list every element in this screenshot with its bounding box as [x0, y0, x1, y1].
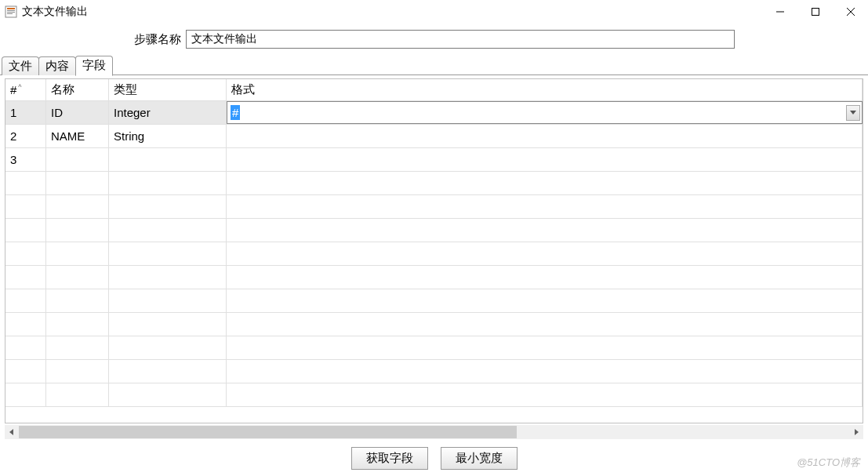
table-row[interactable]	[5, 242, 863, 266]
cell-num[interactable]	[5, 336, 46, 359]
table-row[interactable]	[5, 313, 863, 336]
cell-type[interactable]: String	[109, 125, 227, 147]
window-title: 文本文件输出	[22, 5, 88, 19]
cell-type[interactable]	[109, 195, 227, 218]
scroll-thumb[interactable]	[19, 426, 517, 438]
table-row[interactable]: 1IDInteger#	[5, 101, 863, 125]
window-controls	[762, 0, 868, 24]
cell-name[interactable]: NAME	[46, 125, 109, 147]
cell-name[interactable]	[46, 242, 109, 265]
cell-num[interactable]	[5, 242, 46, 265]
horizontal-scrollbar[interactable]	[5, 425, 863, 439]
scroll-left-button[interactable]	[5, 425, 19, 439]
cell-type[interactable]: Integer	[109, 101, 227, 124]
cell-name[interactable]	[46, 219, 109, 242]
cell-type[interactable]	[109, 148, 227, 171]
cell-format[interactable]	[227, 148, 863, 171]
svg-rect-1	[7, 8, 15, 9]
tab-fields[interactable]: 字段	[75, 56, 113, 76]
table-row[interactable]: 2NAMEString	[5, 125, 863, 148]
cell-num[interactable]: 3	[5, 148, 46, 171]
min-width-button[interactable]: 最小宽度	[441, 447, 518, 470]
table-row[interactable]	[5, 172, 863, 195]
cell-format[interactable]	[227, 125, 863, 147]
cell-format[interactable]	[227, 360, 863, 383]
grid-header: # ^ 名称 类型 格式	[5, 79, 863, 101]
cell-num[interactable]	[5, 289, 46, 312]
table-row[interactable]	[5, 266, 863, 289]
grid-body: 1IDInteger#2NAMEString3	[5, 101, 863, 423]
cell-type[interactable]	[109, 383, 227, 406]
cell-name[interactable]	[46, 383, 109, 406]
dropdown-arrow-icon[interactable]	[846, 105, 860, 121]
step-name-row: 步骤名称	[0, 24, 868, 56]
tabs: 文件 内容 字段	[0, 56, 868, 75]
cell-format[interactable]	[227, 266, 863, 289]
cell-type[interactable]	[109, 219, 227, 242]
cell-type[interactable]	[109, 336, 227, 359]
minimize-button[interactable]	[762, 0, 797, 24]
column-header-type[interactable]: 类型	[109, 79, 227, 100]
cell-type[interactable]	[109, 172, 227, 194]
column-header-name[interactable]: 名称	[46, 79, 109, 100]
sort-indicator-icon: ^	[18, 83, 21, 91]
cell-format[interactable]: #	[227, 101, 863, 124]
app-icon	[5, 5, 17, 18]
editing-value[interactable]: #	[231, 105, 240, 120]
scroll-track[interactable]	[19, 425, 849, 439]
cell-name[interactable]	[46, 148, 109, 171]
close-button[interactable]	[833, 0, 868, 24]
cell-num[interactable]	[5, 266, 46, 289]
table-row[interactable]	[5, 219, 863, 242]
get-fields-button[interactable]: 获取字段	[351, 447, 428, 470]
cell-num[interactable]: 2	[5, 125, 46, 147]
cell-format[interactable]	[227, 336, 863, 359]
cell-type[interactable]	[109, 313, 227, 336]
cell-name[interactable]	[46, 266, 109, 289]
cell-name[interactable]	[46, 195, 109, 218]
cell-num[interactable]	[5, 195, 46, 218]
table-row[interactable]	[5, 383, 863, 407]
cell-name[interactable]	[46, 336, 109, 359]
step-name-input[interactable]	[186, 30, 735, 49]
svg-rect-2	[7, 10, 15, 11]
cell-format[interactable]	[227, 289, 863, 312]
cell-num[interactable]	[5, 172, 46, 194]
column-num-label: #	[10, 83, 16, 96]
column-header-num[interactable]: # ^	[5, 79, 46, 100]
cell-type[interactable]	[109, 360, 227, 383]
svg-rect-6	[812, 9, 819, 16]
table-row[interactable]: 3	[5, 148, 863, 172]
tab-content[interactable]: 内容	[38, 56, 76, 75]
titlebar: 文本文件输出	[0, 0, 868, 24]
cell-format[interactable]	[227, 219, 863, 242]
cell-format[interactable]	[227, 195, 863, 218]
column-header-format[interactable]: 格式	[227, 79, 863, 100]
cell-name[interactable]	[46, 289, 109, 312]
scroll-right-button[interactable]	[849, 425, 863, 439]
cell-num[interactable]	[5, 383, 46, 406]
tab-file[interactable]: 文件	[2, 56, 39, 75]
fields-grid: # ^ 名称 类型 格式 1IDInteger#2NAMEString3	[5, 78, 863, 423]
cell-name[interactable]	[46, 172, 109, 194]
cell-num[interactable]	[5, 313, 46, 336]
cell-num[interactable]	[5, 219, 46, 242]
cell-name[interactable]	[46, 313, 109, 336]
cell-type[interactable]	[109, 242, 227, 265]
table-row[interactable]	[5, 360, 863, 383]
table-row[interactable]	[5, 289, 863, 313]
cell-num[interactable]	[5, 360, 46, 383]
cell-type[interactable]	[109, 266, 227, 289]
maximize-button[interactable]	[797, 0, 833, 24]
cell-name[interactable]: ID	[46, 101, 109, 124]
cell-format[interactable]	[227, 383, 863, 406]
cell-type[interactable]	[109, 289, 227, 312]
cell-format[interactable]	[227, 242, 863, 265]
table-row[interactable]	[5, 336, 863, 360]
cell-name[interactable]	[46, 360, 109, 383]
cell-format[interactable]	[227, 172, 863, 194]
cell-num[interactable]: 1	[5, 101, 46, 124]
step-name-label: 步骤名称	[134, 32, 181, 47]
cell-format[interactable]	[227, 313, 863, 336]
table-row[interactable]	[5, 195, 863, 219]
